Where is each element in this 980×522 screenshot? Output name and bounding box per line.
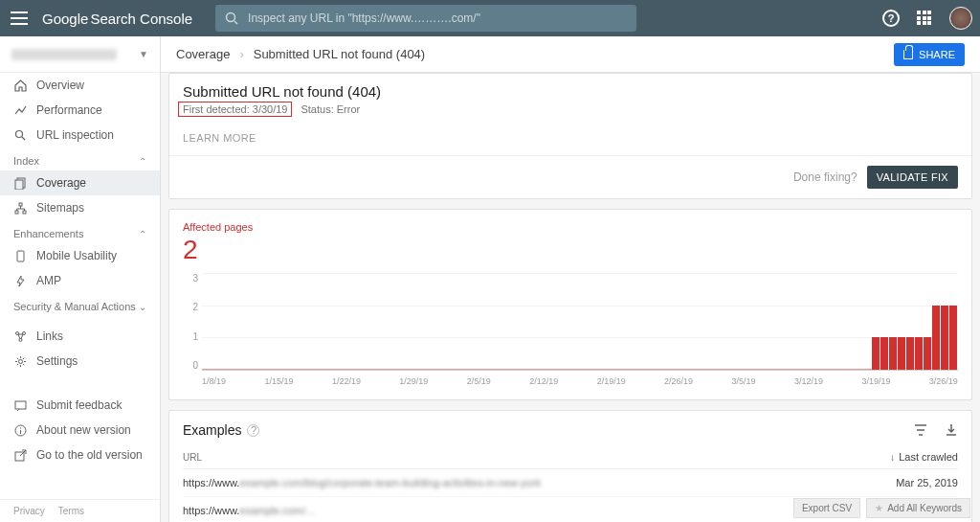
chevron-up-icon: ⌃ xyxy=(139,156,146,167)
y-axis: 3 2 1 0 xyxy=(183,273,198,371)
chart-bar[interactable] xyxy=(924,337,932,370)
menu-icon[interactable] xyxy=(8,7,31,30)
sidebar-section-security[interactable]: Security & Manual Actions ⌄ xyxy=(0,293,160,316)
chart-bar[interactable] xyxy=(932,306,941,370)
header-actions: ? xyxy=(882,7,972,30)
validate-fix-button[interactable]: VALIDATE FIX xyxy=(867,166,958,189)
x-tick: 1/8/19 xyxy=(202,376,226,388)
filter-icon[interactable] xyxy=(914,423,927,437)
extension-toolbar: Export CSV ★Add All Keywords xyxy=(793,498,970,518)
amp-icon xyxy=(13,274,27,287)
footer-privacy-link[interactable]: Privacy xyxy=(13,506,45,516)
sidebar-item-label: Performance xyxy=(36,103,102,117)
export-csv-button[interactable]: Export CSV xyxy=(793,498,860,518)
url-inspect-search[interactable]: Inspect any URL in "https://www.……….com/… xyxy=(215,5,636,32)
sidebar-item-label: Coverage xyxy=(36,176,86,190)
site-selector[interactable]: ▼ xyxy=(0,36,160,73)
share-button[interactable]: SHARE xyxy=(894,43,965,66)
apps-icon[interactable] xyxy=(917,11,932,26)
chart-plot xyxy=(202,273,958,371)
external-icon xyxy=(13,448,27,462)
gear-icon xyxy=(13,354,27,368)
done-fixing-label: Done fixing? xyxy=(793,170,858,184)
affected-pages-chart-card: Affected pages 2 3 2 1 0 1/8/191/15/191/… xyxy=(168,209,972,400)
add-all-keywords-button[interactable]: ★Add All Keywords xyxy=(866,498,970,518)
chart-area: 3 2 1 0 1/8/191/15/191/22/191/29/192/5/1… xyxy=(183,273,958,388)
chart-bar[interactable] xyxy=(906,337,915,370)
learn-more-link[interactable]: LEARN MORE xyxy=(183,132,958,144)
avatar[interactable] xyxy=(949,7,972,30)
issue-status: Status: Error xyxy=(301,103,360,115)
sidebar: ▼ Overview Performance URL inspection In… xyxy=(0,36,161,522)
download-icon[interactable] xyxy=(945,423,958,437)
x-tick: 3/26/19 xyxy=(929,376,958,388)
x-tick: 1/22/19 xyxy=(332,376,361,388)
chart-bar[interactable] xyxy=(880,337,889,370)
x-tick: 2/26/19 xyxy=(664,376,693,388)
lock-icon xyxy=(903,50,913,59)
sidebar-item-label: Settings xyxy=(36,354,78,368)
x-tick: 3/19/19 xyxy=(861,376,890,388)
sidebar-item-feedback[interactable]: Submit feedback xyxy=(0,393,160,418)
magnifier-icon xyxy=(13,128,27,142)
search-placeholder: Inspect any URL in "https://www.……….com/… xyxy=(248,11,480,25)
svg-rect-3 xyxy=(15,180,23,190)
sidebar-item-sitemaps[interactable]: Sitemaps xyxy=(0,195,160,220)
sidebar-item-links[interactable]: Links xyxy=(0,324,160,349)
site-url-blurred xyxy=(11,49,117,60)
chart-bar[interactable] xyxy=(941,306,949,370)
chart-bar[interactable] xyxy=(898,337,906,370)
logo-google-text: Google xyxy=(42,11,88,27)
sidebar-section-enhancements[interactable]: Enhancements ⌃ xyxy=(0,220,160,243)
chart-bar[interactable] xyxy=(889,337,898,370)
svg-point-0 xyxy=(227,13,235,22)
sidebar-item-label: Overview xyxy=(36,79,84,92)
chart-bar[interactable] xyxy=(915,337,924,370)
x-tick: 1/29/19 xyxy=(399,376,428,388)
sort-desc-icon: ↓ xyxy=(890,452,895,463)
sidebar-item-amp[interactable]: AMP xyxy=(0,268,160,293)
x-tick: 2/19/19 xyxy=(597,376,626,388)
sidebar-item-overview[interactable]: Overview xyxy=(0,73,160,98)
sidebar-section-index[interactable]: Index ⌃ xyxy=(0,148,160,170)
affected-pages-label: Affected pages xyxy=(183,221,958,233)
feedback-icon xyxy=(13,398,27,412)
logo-product-text: Search Console xyxy=(90,11,192,27)
examples-table-header: URL ↓Last crawled xyxy=(183,451,958,469)
content-header: Coverage › Submitted URL not found (404)… xyxy=(161,36,980,73)
chart-bar[interactable] xyxy=(949,306,958,370)
chevron-down-icon: ⌄ xyxy=(139,302,146,312)
column-last-crawled[interactable]: ↓Last crawled xyxy=(890,451,958,463)
svg-point-1 xyxy=(15,130,22,137)
svg-rect-6 xyxy=(23,211,26,214)
sidebar-item-coverage[interactable]: Coverage xyxy=(0,170,160,195)
column-url[interactable]: URL xyxy=(183,452,202,463)
first-detected: First detected: 3/30/19 xyxy=(179,102,291,116)
x-tick: 3/12/19 xyxy=(794,376,823,388)
sidebar-item-url-inspection[interactable]: URL inspection xyxy=(0,123,160,148)
sidebar-item-about-new[interactable]: About new version xyxy=(0,418,160,443)
sidebar-item-label: Links xyxy=(36,329,63,343)
sidebar-item-old-version[interactable]: Go to the old version xyxy=(0,443,160,467)
affected-pages-count: 2 xyxy=(183,235,958,265)
sidebar-item-label: URL inspection xyxy=(36,128,114,142)
chevron-right-icon: › xyxy=(239,47,243,61)
main-content: Submitted URL not found (404) First dete… xyxy=(161,73,980,522)
sidebar-item-performance[interactable]: Performance xyxy=(0,98,160,123)
sidebar-item-settings[interactable]: Settings xyxy=(0,349,160,374)
breadcrumb-root[interactable]: Coverage xyxy=(176,47,230,61)
sidebar-item-mobile-usability[interactable]: Mobile Usability xyxy=(0,243,160,268)
issue-title: Submitted URL not found (404) xyxy=(183,83,958,100)
chevron-up-icon: ⌃ xyxy=(139,229,146,239)
svg-point-11 xyxy=(18,359,22,363)
x-tick: 2/5/19 xyxy=(467,376,491,388)
help-icon[interactable]: ? xyxy=(882,10,900,27)
issue-summary-card: Submitted URL not found (404) First dete… xyxy=(168,73,972,199)
help-icon[interactable]: ? xyxy=(247,424,259,437)
table-row[interactable]: https://www.example.com/blog/corporate-t… xyxy=(183,469,958,497)
sidebar-item-label: Submit feedback xyxy=(36,398,122,412)
chart-bar[interactable] xyxy=(872,337,880,370)
links-icon xyxy=(13,329,27,343)
footer-terms-link[interactable]: Terms xyxy=(58,506,84,516)
pages-icon xyxy=(13,176,27,190)
